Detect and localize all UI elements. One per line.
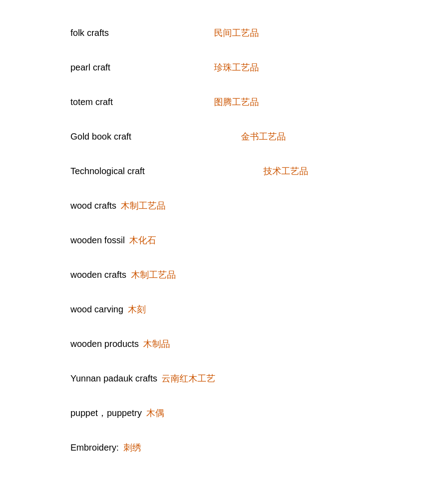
- english-technological-craft: Technological craft: [70, 166, 174, 176]
- entry-technological-craft: Technological craft技术工艺品: [70, 165, 424, 177]
- chinese-gold-book-craft: 金书工艺品: [241, 131, 286, 143]
- chinese-totem-craft: 图腾工艺品: [214, 96, 259, 108]
- chinese-wood-carving: 木刻: [128, 303, 146, 316]
- english-wood-crafts: wood crafts: [70, 201, 116, 211]
- english-embroidery: Embroidery:: [70, 443, 119, 453]
- entry-wooden-crafts: wooden crafts木制工艺品: [70, 269, 424, 281]
- entry-wood-carving: wood carving木刻: [70, 303, 424, 316]
- english-wooden-products: wooden products: [70, 339, 139, 349]
- entry-gold-book-craft: Gold book craft金书工艺品: [70, 131, 424, 143]
- entry-yunnan-padauk: Yunnan padauk crafts云南红木工艺: [70, 373, 424, 385]
- english-gold-book-craft: Gold book craft: [70, 131, 174, 142]
- chinese-wood-crafts: 木制工艺品: [121, 200, 166, 212]
- entry-folk-crafts: folk crafts民间工艺品: [70, 27, 424, 39]
- chinese-wooden-fossil: 木化石: [129, 234, 156, 246]
- chinese-folk-crafts: 民间工艺品: [214, 27, 259, 39]
- english-pearl-craft: pearl craft: [70, 62, 174, 73]
- chinese-pearl-craft: 珍珠工艺品: [214, 61, 259, 74]
- english-wood-carving: wood carving: [70, 304, 123, 315]
- entry-wood-crafts: wood crafts木制工艺品: [70, 200, 424, 212]
- chinese-yunnan-padauk: 云南红木工艺: [162, 373, 215, 385]
- main-content: folk crafts民间工艺品pearl craft珍珠工艺品totem cr…: [0, 0, 424, 503]
- entry-totem-craft: totem craft图腾工艺品: [70, 96, 424, 108]
- entry-puppet: puppet，puppetry木偶: [70, 407, 424, 419]
- chinese-wooden-crafts: 木制工艺品: [131, 269, 176, 281]
- entry-wooden-products: wooden products木制品: [70, 338, 424, 350]
- english-puppet: puppet，puppetry: [70, 407, 142, 419]
- entry-pearl-craft: pearl craft珍珠工艺品: [70, 61, 424, 74]
- english-folk-crafts: folk crafts: [70, 28, 174, 38]
- chinese-wooden-products: 木制品: [143, 338, 170, 350]
- english-wooden-fossil: wooden fossil: [70, 235, 125, 245]
- chinese-embroidery: 刺绣: [123, 442, 141, 454]
- english-wooden-crafts: wooden crafts: [70, 270, 127, 280]
- entry-embroidery: Embroidery:刺绣: [70, 442, 424, 454]
- english-totem-craft: totem craft: [70, 97, 174, 107]
- entry-wooden-fossil: wooden fossil木化石: [70, 234, 424, 246]
- english-yunnan-padauk: Yunnan padauk crafts: [70, 373, 157, 384]
- chinese-technological-craft: 技术工艺品: [263, 165, 308, 177]
- chinese-puppet: 木偶: [146, 407, 164, 419]
